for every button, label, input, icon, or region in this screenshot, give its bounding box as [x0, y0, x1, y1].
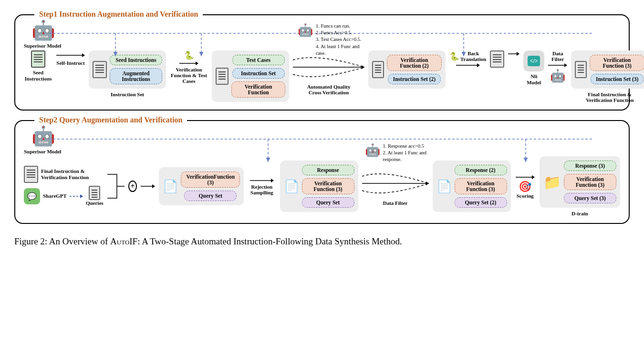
criteria-item: 4. At least 1 Func and case. [316, 43, 364, 57]
scoring-icon: 🎯 [519, 181, 531, 193]
python-icon [184, 50, 194, 60]
arrow-icon [179, 60, 198, 67]
seed-instructions-label: Seed Instructions [24, 70, 52, 82]
doc-icon [575, 61, 587, 78]
criteria-item: 2. At least 1 Func and response. [383, 150, 429, 163]
response3-pill: Response (3) [564, 161, 616, 171]
doc-icon [372, 61, 384, 78]
rejection-sampling-label: Rejection Samplling [248, 184, 276, 195]
fan-arrows-icon [362, 167, 429, 200]
folder-icon: 📁 [543, 174, 561, 191]
superior-model-label: Superisor Model [24, 149, 61, 155]
final-box: Verification Function (3) Instruction Se… [571, 50, 644, 89]
plus-icon: + [128, 181, 137, 192]
self-instruct-label: Self-Instruct [56, 60, 84, 66]
response-pill: Response [302, 165, 354, 175]
step2-criteria: 1. Response acc>0.5 2. At least 1 Func a… [383, 143, 429, 163]
step1-panel: Step1 Instruction Augmentation and Verif… [14, 14, 630, 111]
vf2-is2-box: Verification Function (2) Instruction Se… [368, 50, 446, 89]
aug-instr-pill: Augmented Instructions [110, 68, 162, 84]
robot-icon: 🤖 [298, 23, 313, 38]
query-set-pill-2: Query Set [302, 197, 354, 208]
superior-model-label: Superisor Model [24, 43, 61, 49]
arrow-icon [70, 193, 83, 200]
response2-pill: Response (2) [455, 165, 507, 175]
arrow-icon [548, 62, 567, 69]
doc-icon [490, 50, 504, 68]
is3-pill: Instruction Set (3) [591, 74, 644, 84]
resp2-box: 📄 Response (2) Verification Function (3)… [433, 161, 511, 212]
verification-fn-pill: Verification Function [231, 81, 285, 98]
nli-model-label: Nli Model [523, 73, 544, 86]
vf2-pill: Verification Function (2) [387, 55, 442, 71]
vf-tc-label: Verification Function & Test Cases [170, 67, 208, 84]
vf3-pill-3: Verification Function (3) [455, 178, 507, 194]
resp-vf-qs-box: 📄 Response Verification Function (3) Que… [280, 161, 358, 212]
instruction-set-label: Instruction Set [111, 91, 144, 97]
doc-stack-icon [93, 61, 107, 78]
caption-prefix: Figure 2: An Overview of [14, 236, 110, 246]
sharegpt-label: ShareGPT [43, 193, 67, 199]
back-translation-label: Back Translation [460, 50, 486, 62]
data-filter-label: Data Filter [548, 50, 567, 62]
merge-arrows [107, 170, 125, 203]
dtrain-label: D-train [571, 211, 588, 216]
robot-icon [31, 21, 53, 43]
step1-criteria: 1. Funcs can run. 2. Funcs Acc>0.5. 3. T… [316, 23, 364, 57]
robot-icon: 🤖 [550, 69, 565, 83]
caption-name: AutoIF [110, 236, 137, 246]
vf3-query-box: 📄 VerificationFunction (3) Query Set [159, 167, 244, 205]
doc-icon [216, 68, 229, 85]
doc-icon [24, 166, 38, 183]
arrow-icon [516, 174, 535, 181]
arrow-icon [508, 50, 519, 57]
scoring-label: Scoring [517, 193, 534, 199]
doc-icon: 📄 [284, 179, 299, 194]
queries-label: Queries [86, 200, 104, 206]
step1-title: Step1 Instruction Augmentation and Verif… [34, 10, 203, 19]
data-filter-label: Data Filter [383, 200, 408, 206]
vf3-pill: Verification Function (3) [590, 55, 644, 71]
sharegpt-icon: 💬 [24, 188, 40, 204]
tc-is-vf-box: Test Cases Instruction Set Verification … [212, 50, 289, 102]
caption-suffix: : A Two-Stage Automated Instruction-Foll… [137, 236, 402, 246]
query-set-pill: Query Set [184, 191, 237, 201]
robot-icon: 🤖 [365, 143, 380, 158]
instruction-set-box: Seed Instructions Augmented Instructions [89, 50, 166, 89]
figure-caption: Figure 2: An Overview of AutoIF: A Two-S… [14, 235, 630, 248]
dtrain-box: 📁 Response (3) Verification Function (3)… [540, 156, 620, 208]
step2-title: Step2 Query Augmentation and Verificatio… [34, 116, 187, 124]
doc-icon: 📄 [436, 179, 452, 194]
vf3-pill: VerificationFunction (3) [181, 172, 240, 188]
doc-icon: 📄 [163, 179, 178, 194]
arrow-icon [250, 177, 274, 184]
seed-instr-pill: Seed Instructions [110, 55, 162, 65]
arrow-icon [456, 62, 480, 69]
criteria-item: 2. Funcs Acc>0.5. [316, 30, 364, 36]
final-ivf-label: Final Instruction & Verification Functio… [41, 168, 93, 181]
arrow-icon [56, 50, 85, 60]
auto-quality-label: Automated Quality Cross Verification [300, 84, 357, 95]
robot-icon [31, 127, 53, 149]
qs2-pill: Query Set (2) [455, 197, 507, 208]
python-icon [449, 51, 459, 61]
final-label: Final Instruction & Verification Functio… [579, 91, 641, 103]
arrow-icon [141, 183, 155, 190]
is2-pill: Instruction Set (2) [388, 74, 441, 84]
step2-panel: Step2 Query Augmentation and Verificatio… [14, 120, 630, 224]
criteria-item: 1. Funcs can run. [316, 23, 364, 30]
nli-model-icon: </> [523, 50, 544, 71]
vf3-pill-4: Verification Function (3) [564, 174, 616, 190]
vf3-pill-2: Verification Function (3) [302, 178, 354, 194]
seed-doc-icon [31, 50, 45, 68]
qs3-pill: Query Set (3) [564, 193, 616, 203]
criteria-item: 1. Response acc>0.5 [383, 143, 429, 150]
criteria-item: 3. Test Cases Acc>0.5. [316, 36, 364, 43]
instruction-set-pill: Instruction Set [232, 68, 285, 79]
test-cases-pill: Test Cases [232, 55, 285, 65]
doc-icon [89, 186, 100, 200]
